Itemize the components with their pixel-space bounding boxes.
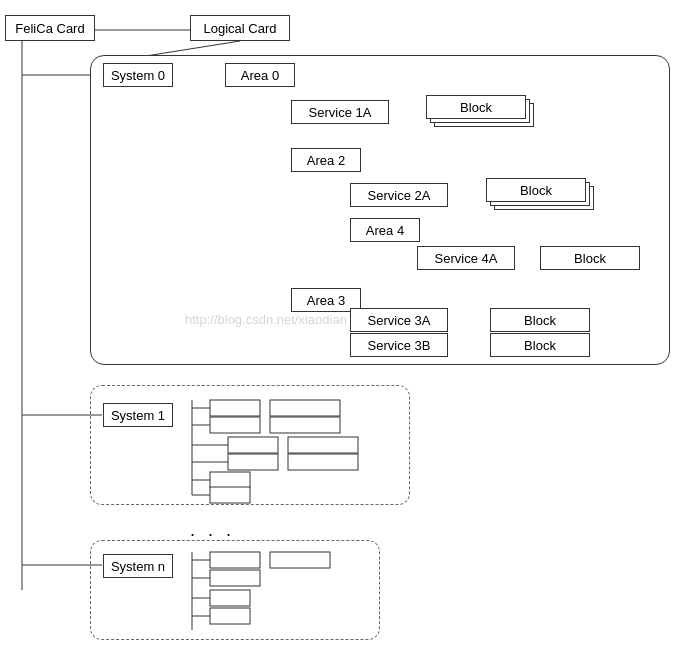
system0-label: System 0 <box>111 68 165 83</box>
service1a-label: Service 1A <box>309 105 372 120</box>
block1-stack: Block <box>426 95 536 129</box>
block1-label: Block <box>460 100 492 115</box>
area2-label: Area 2 <box>307 153 345 168</box>
service1a-box: Service 1A <box>291 100 389 124</box>
block3a-label: Block <box>524 313 556 328</box>
felica-card-box: FeliCa Card <box>5 15 95 41</box>
block4-box: Block <box>540 246 640 270</box>
area2-box: Area 2 <box>291 148 361 172</box>
systemn-box: System n <box>103 554 173 578</box>
block2-label: Block <box>520 183 552 198</box>
block3b-box: Block <box>490 333 590 357</box>
area0-label: Area 0 <box>241 68 279 83</box>
service4a-label: Service 4A <box>435 251 498 266</box>
block4-label: Block <box>574 251 606 266</box>
logical-card-box: Logical Card <box>190 15 290 41</box>
system1-box: System 1 <box>103 403 173 427</box>
service3b-box: Service 3B <box>350 333 448 357</box>
systemn-label: System n <box>111 559 165 574</box>
service2a-label: Service 2A <box>368 188 431 203</box>
block3b-label: Block <box>524 338 556 353</box>
service3a-label: Service 3A <box>368 313 431 328</box>
area0-box: Area 0 <box>225 63 295 87</box>
area4-box: Area 4 <box>350 218 420 242</box>
service3a-box: Service 3A <box>350 308 448 332</box>
watermark: http://blog.csdn.net/xiaodian <box>185 312 347 327</box>
area3-label: Area 3 <box>307 293 345 308</box>
diagram: FeliCa Card Logical Card System 0 Area 0… <box>0 0 690 652</box>
service3b-label: Service 3B <box>368 338 431 353</box>
block2-stack: Block <box>486 178 596 212</box>
service4a-box: Service 4A <box>417 246 515 270</box>
system0-box: System 0 <box>103 63 173 87</box>
logical-card-label: Logical Card <box>204 21 277 36</box>
area4-label: Area 4 <box>366 223 404 238</box>
block3a-box: Block <box>490 308 590 332</box>
dots-separator: . . . <box>190 520 235 541</box>
system1-label: System 1 <box>111 408 165 423</box>
felica-card-label: FeliCa Card <box>15 21 84 36</box>
service2a-box: Service 2A <box>350 183 448 207</box>
